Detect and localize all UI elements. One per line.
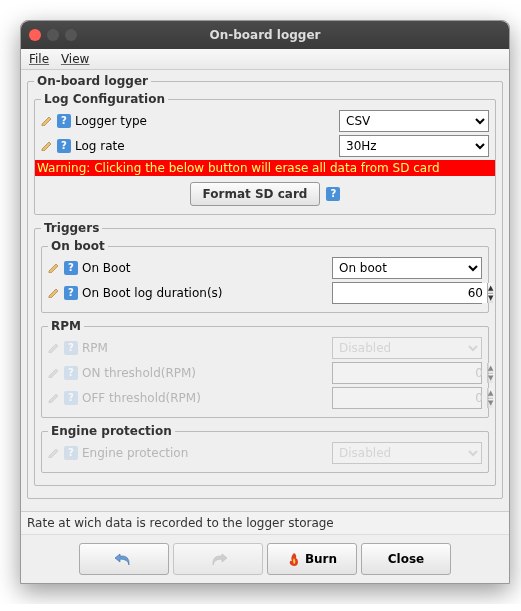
rpm-off-threshold-label: OFF threshold(RPM) [82, 391, 201, 405]
format-sd-button[interactable]: Format SD card [190, 182, 321, 206]
onboot-duration-spinner[interactable]: ▲▼ [332, 282, 482, 304]
edit-icon [48, 263, 62, 273]
menu-view[interactable]: View [61, 52, 89, 66]
rpm-select: Disabled [332, 337, 482, 359]
flame-icon [287, 552, 301, 566]
triggers-title: Triggers [41, 221, 102, 235]
engine-protection-title: Engine protection [48, 424, 175, 438]
help-icon: ? [64, 446, 78, 460]
burn-label: Burn [305, 552, 337, 566]
help-icon: ? [64, 391, 78, 405]
engine-protection-label: Engine protection [82, 446, 188, 460]
undo-icon [114, 551, 134, 567]
spin-down-icon: ▼ [488, 399, 493, 409]
statusbar: Rate at wich data is recorded to the log… [21, 511, 509, 534]
window-title: On-board logger [21, 28, 509, 42]
help-icon[interactable]: ? [57, 139, 71, 153]
help-icon[interactable]: ? [326, 187, 340, 201]
edit-icon [48, 448, 62, 458]
spin-up-icon: ▲ [488, 363, 493, 374]
rpm-on-threshold-input [333, 363, 487, 383]
logger-type-label: Logger type [75, 114, 147, 128]
redo-icon [208, 551, 228, 567]
titlebar: On-board logger [21, 21, 509, 49]
rpm-off-threshold-spinner: ▲▼ [332, 387, 482, 409]
burn-button[interactable]: Burn [267, 543, 357, 575]
onboot-label: On Boot [82, 261, 131, 275]
redo-button[interactable] [173, 543, 263, 575]
onboard-logger-group: On-board logger Log Configuration ? Logg… [27, 74, 503, 499]
onboot-duration-label: On Boot log duration(s) [82, 286, 223, 300]
rpm-on-threshold-spinner: ▲▼ [332, 362, 482, 384]
engine-protection-group: Engine protection ? Engine protection Di… [41, 424, 489, 473]
onboard-logger-title: On-board logger [34, 74, 151, 88]
help-icon[interactable]: ? [57, 114, 71, 128]
close-label: Close [388, 552, 424, 566]
undo-button[interactable] [79, 543, 169, 575]
logger-type-select[interactable]: CSV [339, 110, 489, 132]
spin-down-icon[interactable]: ▼ [488, 294, 493, 304]
onboot-group: On boot ? On Boot On boot [41, 239, 489, 313]
log-rate-select[interactable]: 30Hz [339, 135, 489, 157]
onboot-select[interactable]: On boot [332, 257, 482, 279]
edit-icon [41, 116, 55, 126]
help-icon[interactable]: ? [64, 261, 78, 275]
triggers-group: Triggers On boot ? On Boot On boot [34, 221, 496, 486]
warning-text: Warning: Clicking the below button will … [35, 160, 495, 176]
menubar: File View [21, 49, 509, 70]
log-configuration-group: Log Configuration ? Logger type CSV [34, 92, 496, 215]
bottom-bar: Burn Close [21, 534, 509, 583]
close-button[interactable]: Close [361, 543, 451, 575]
edit-icon [41, 141, 55, 151]
spin-up-icon[interactable]: ▲ [488, 283, 493, 294]
edit-icon [48, 393, 62, 403]
onboot-duration-input[interactable] [333, 283, 487, 303]
engine-protection-select: Disabled [332, 442, 482, 464]
help-icon[interactable]: ? [64, 286, 78, 300]
rpm-on-threshold-label: ON threshold(RPM) [82, 366, 196, 380]
edit-icon [48, 368, 62, 378]
rpm-label: RPM [82, 341, 108, 355]
edit-icon [48, 343, 62, 353]
spin-up-icon: ▲ [488, 388, 493, 399]
help-icon: ? [64, 366, 78, 380]
rpm-group: RPM ? RPM Disabled [41, 319, 489, 418]
log-rate-label: Log rate [75, 139, 125, 153]
rpm-title: RPM [48, 319, 84, 333]
spin-down-icon: ▼ [488, 374, 493, 384]
rpm-off-threshold-input [333, 388, 487, 408]
onboot-title: On boot [48, 239, 108, 253]
menu-file[interactable]: File [29, 52, 49, 66]
help-icon: ? [64, 341, 78, 355]
edit-icon [48, 288, 62, 298]
log-configuration-title: Log Configuration [41, 92, 168, 106]
